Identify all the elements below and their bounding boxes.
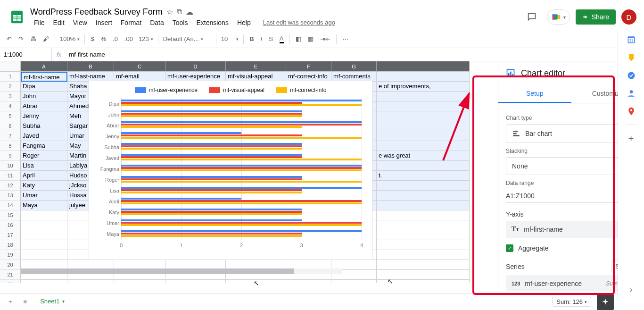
italic-icon[interactable]: I <box>258 34 265 44</box>
redo-icon[interactable]: ↷ <box>16 34 26 44</box>
keep-icon[interactable] <box>627 53 636 62</box>
tasks-icon[interactable] <box>627 71 636 80</box>
undo-icon[interactable]: ↶ <box>4 34 15 44</box>
row-header[interactable]: 9 <box>0 151 21 161</box>
cell[interactable]: Abrar <box>21 101 67 111</box>
strike-icon[interactable]: S <box>266 34 276 44</box>
cloud-icon[interactable]: ☁ <box>186 8 193 17</box>
decimal-dec-icon[interactable]: .0 <box>110 34 121 44</box>
embedded-chart[interactable]: mf-user-experience mf-visual-appeal mf-c… <box>89 81 372 260</box>
explore-button[interactable] <box>597 293 614 310</box>
col-header[interactable]: D <box>165 61 226 72</box>
cell[interactable]: Umar <box>21 191 67 201</box>
cell[interactable] <box>377 191 470 201</box>
cell[interactable] <box>377 260 470 270</box>
cell[interactable]: Roger <box>21 151 67 161</box>
row-header[interactable]: 11 <box>0 171 21 181</box>
cell[interactable] <box>21 210 67 220</box>
hide-panel-icon[interactable]: › <box>630 285 632 294</box>
cell[interactable] <box>377 210 470 220</box>
row-header[interactable]: 14 <box>0 201 21 210</box>
header-cell[interactable]: mf-last-name <box>67 72 114 82</box>
col-header[interactable]: G <box>331 61 377 72</box>
comment-history-icon[interactable] <box>522 8 541 26</box>
formula-input[interactable]: mf-first-name <box>66 51 108 58</box>
header-cell[interactable]: mf-visual-appeal <box>226 72 286 82</box>
row-header[interactable]: 16 <box>0 220 21 230</box>
format-select[interactable]: 123▾ <box>137 34 155 43</box>
row-header[interactable]: 2 <box>0 82 21 92</box>
calendar-icon[interactable]: 31 <box>627 35 636 44</box>
cell[interactable]: Javed <box>21 131 67 141</box>
cell[interactable] <box>377 230 470 240</box>
cell[interactable] <box>165 280 226 283</box>
menu-data[interactable]: Data <box>146 18 168 27</box>
col-header[interactable]: F <box>286 61 331 72</box>
cell[interactable] <box>21 250 67 260</box>
cell[interactable] <box>377 250 470 260</box>
move-icon[interactable]: ⧉ <box>177 8 182 16</box>
last-edit-link[interactable]: Last edit was seconds ago <box>263 19 335 26</box>
chart-type-select[interactable]: Bar chart▾ <box>506 124 636 143</box>
aggregate-checkbox[interactable]: ✓ Aggregate <box>506 244 636 252</box>
menu-help[interactable]: Help <box>233 18 255 27</box>
cell[interactable]: Jenny <box>21 111 67 121</box>
maps-icon[interactable] <box>627 107 636 116</box>
font-select[interactable]: Default (Ari...▾ <box>161 34 213 43</box>
stacking-select[interactable]: None▾ <box>506 157 636 175</box>
cell[interactable] <box>114 280 165 283</box>
contacts-icon[interactable] <box>627 89 636 98</box>
cell[interactable] <box>21 240 67 250</box>
cell[interactable] <box>67 280 114 283</box>
select-all-corner[interactable] <box>0 61 21 72</box>
cell[interactable] <box>377 240 470 250</box>
zoom-select[interactable]: 100%▾ <box>58 34 82 43</box>
menu-file[interactable]: File <box>30 18 49 27</box>
row-header[interactable]: 17 <box>0 230 21 240</box>
cell[interactable] <box>377 201 470 210</box>
header-cell[interactable]: mf-user-experience <box>165 72 226 82</box>
menu-insert[interactable]: Insert <box>92 18 116 27</box>
col-header[interactable]: C <box>114 61 165 72</box>
cell[interactable]: John <box>21 92 67 101</box>
row-header[interactable]: 1 <box>0 72 21 82</box>
share-button[interactable]: Share <box>576 9 616 25</box>
paint-format-icon[interactable]: 🖌 <box>40 34 52 44</box>
cell[interactable]: Lisa <box>21 161 67 171</box>
tab-setup[interactable]: Setup <box>498 85 571 103</box>
cell[interactable]: Katy <box>21 181 67 191</box>
account-avatar[interactable]: D <box>621 9 636 25</box>
cell[interactable]: Subha <box>21 121 67 131</box>
row-header[interactable]: 20 <box>0 260 21 270</box>
cell[interactable] <box>377 181 470 191</box>
menu-tools[interactable]: Tools <box>169 18 192 27</box>
fill-color-icon[interactable]: ◧ <box>293 34 304 44</box>
row-header[interactable]: 21 <box>0 270 21 280</box>
row-header[interactable]: 22 <box>0 280 21 283</box>
menu-view[interactable]: View <box>69 18 91 27</box>
font-size[interactable]: 10▾ <box>219 34 240 43</box>
quicksum-display[interactable]: Sum: 126▾ <box>552 297 591 307</box>
borders-icon[interactable]: ▦ <box>305 34 316 44</box>
bold-icon[interactable]: B <box>247 34 256 44</box>
cell[interactable]: Dipa <box>21 82 67 92</box>
header-cell[interactable]: mf-correct-info <box>286 72 331 82</box>
col-header[interactable] <box>377 61 470 72</box>
col-header[interactable]: E <box>226 61 286 72</box>
add-sheet-button[interactable]: + <box>4 295 17 308</box>
sheet-tab[interactable]: Sheet1▾ <box>33 295 71 309</box>
row-header[interactable]: 4 <box>0 101 21 111</box>
cell[interactable] <box>377 72 470 82</box>
cell[interactable] <box>21 230 67 240</box>
row-header[interactable]: 3 <box>0 92 21 101</box>
decimal-inc-icon[interactable]: .00 <box>122 34 136 44</box>
currency-icon[interactable]: $ <box>88 34 97 44</box>
text-color-icon[interactable]: A <box>277 33 287 45</box>
name-box[interactable]: 1:1000 <box>0 48 52 61</box>
row-header[interactable]: 13 <box>0 191 21 201</box>
row-header[interactable]: 6 <box>0 121 21 131</box>
cell[interactable]: Fangma <box>21 141 67 151</box>
cell[interactable] <box>21 220 67 230</box>
cell[interactable] <box>21 280 67 283</box>
star-icon[interactable]: ☆ <box>166 8 173 17</box>
